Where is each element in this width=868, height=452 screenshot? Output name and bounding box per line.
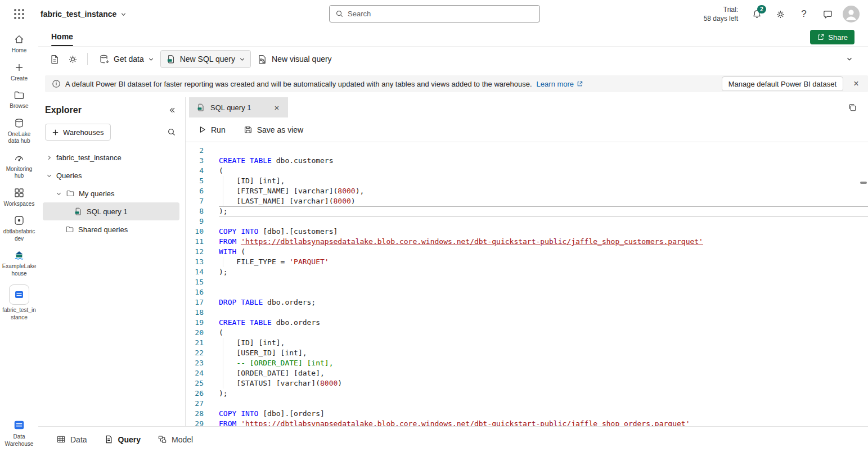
code-line[interactable]: 25 [STATUS] [varchar](8000)	[186, 378, 868, 388]
banner-close-button[interactable]: ×	[848, 76, 865, 92]
code-line[interactable]: 8);	[186, 206, 868, 216]
search-input[interactable]	[348, 10, 534, 18]
rail-item-monitoring-hub[interactable]: Monitoring hub	[1, 152, 38, 180]
visual-query-icon	[257, 54, 268, 65]
topbar: fabric_test_instance Trial: 58 days left…	[0, 0, 868, 28]
account-avatar[interactable]	[842, 4, 861, 24]
app-launcher-button[interactable]	[0, 0, 38, 28]
line-number: 14	[186, 267, 204, 277]
code-line[interactable]: 20(	[186, 328, 868, 338]
code-line[interactable]: 4(	[186, 166, 868, 176]
rail-item-workspaces[interactable]: Workspaces	[1, 187, 38, 208]
code-line[interactable]: 9	[186, 216, 868, 227]
learn-more-link[interactable]: Learn more	[537, 80, 583, 88]
run-button[interactable]: Run	[198, 125, 226, 134]
code-text: FILE_TYPE = 'PARQUET'	[219, 257, 868, 267]
explorer-search-button[interactable]	[167, 128, 176, 137]
manage-dataset-button[interactable]: Manage default Power BI dataset	[722, 76, 843, 91]
data-grid-icon	[56, 435, 66, 444]
rail-item-browse[interactable]: Browse	[1, 89, 38, 110]
code-line[interactable]: 2	[186, 146, 868, 156]
tree-item-queries[interactable]: Queries	[43, 166, 179, 184]
tree-item-shared-queries[interactable]: Shared queries	[43, 220, 179, 238]
bottom-tab-model[interactable]: Model	[158, 435, 193, 444]
rail-item-dbtlabsfabricdev[interactable]: dbtlabsfabricdev	[1, 215, 38, 242]
code-line[interactable]: 17DROP TABLE dbo.orders;	[186, 297, 868, 308]
tree-item-my-queries[interactable]: My queries	[43, 184, 179, 202]
settings-button[interactable]	[771, 4, 790, 24]
code-line[interactable]: 18	[186, 308, 868, 318]
code-text	[219, 308, 868, 318]
content-area: Explorer Warehouses	[38, 97, 868, 426]
code-line[interactable]: 29FROM 'https://dbtlabsynapsedatalake.bl…	[186, 419, 868, 426]
code-text: -- [ORDER_DATE] [int],	[219, 358, 868, 368]
tree-item-warehouse[interactable]: fabric_test_instance	[43, 148, 179, 166]
line-number: 24	[186, 368, 204, 378]
code-line[interactable]: 13 FILE_TYPE = 'PARQUET'	[186, 257, 868, 267]
new-item-button[interactable]	[46, 51, 63, 67]
code-line[interactable]: 21 [ID] [int],	[186, 338, 868, 348]
get-data-button[interactable]: Get data	[94, 50, 159, 68]
code-line[interactable]: 15	[186, 277, 868, 287]
bottom-tab-data[interactable]: Data	[56, 435, 87, 444]
code-line[interactable]: 22 [USER_ID] [int],	[186, 348, 868, 358]
rail-item-create[interactable]: Create	[1, 62, 38, 83]
settings-gear-button[interactable]	[64, 51, 81, 67]
code-line[interactable]: 7 [LAST_NAME] [varchar](8000)	[186, 196, 868, 206]
help-button[interactable]: ?	[794, 4, 813, 24]
code-line[interactable]: 16	[186, 287, 868, 297]
rail-item-examplelakehouse[interactable]: ExampleLakehouse	[1, 250, 38, 277]
tree-item-label: Shared queries	[78, 225, 128, 234]
code-line[interactable]: 11FROM 'https://dbtlabsynapsedatalake.bl…	[186, 237, 868, 247]
lakehouse-icon	[14, 250, 25, 261]
code-line[interactable]: 5 [ID] [int],	[186, 176, 868, 186]
close-tab-button[interactable]: ×	[271, 103, 282, 112]
feedback-button[interactable]	[818, 4, 837, 24]
tab-home[interactable]: Home	[46, 28, 78, 46]
code-line[interactable]: 6 [FIRST_NAME] [varchar](8000),	[186, 186, 868, 196]
explorer-actions: Warehouses	[43, 124, 179, 141]
code-line[interactable]: 24 [ORDER_DATE] [date],	[186, 368, 868, 378]
code-text: CREATE TABLE dbo.orders	[219, 318, 868, 328]
save-as-view-button[interactable]: Save as view	[244, 125, 303, 134]
share-button[interactable]: Share	[810, 30, 854, 44]
collapse-explorer-button[interactable]	[168, 106, 176, 114]
bottom-tab-query[interactable]: Query	[104, 435, 141, 444]
info-icon	[52, 79, 61, 88]
code-line[interactable]: 23 -- [ORDER_DATE] [int],	[186, 358, 868, 368]
get-data-icon	[99, 54, 110, 65]
scrollbar-marker[interactable]	[860, 182, 867, 184]
rail-item-onelake-data-hub[interactable]: OneLake data hub	[1, 117, 38, 145]
rail-item-fabric-test-instance[interactable]: fabric_test_instance	[1, 284, 38, 321]
share-icon	[817, 33, 825, 41]
rail-item-label: Browse	[10, 103, 28, 110]
new-sql-query-button[interactable]: New SQL query	[160, 50, 251, 68]
code-text: DROP TABLE dbo.orders;	[219, 297, 868, 308]
code-line[interactable]: 27	[186, 399, 868, 409]
code-line[interactable]: 10COPY INTO [dbo].[customers]	[186, 227, 868, 237]
code-line[interactable]: 14);	[186, 267, 868, 277]
code-line[interactable]: 28COPY INTO [dbo].[orders]	[186, 409, 868, 419]
new-visual-query-button[interactable]: New visual query	[252, 50, 337, 68]
selected-item-box	[9, 284, 29, 305]
tree-item-sql-query-1[interactable]: SQL query 1	[43, 202, 179, 220]
code-editor[interactable]: 23CREATE TABLE dbo.customers4(5 [ID] [in…	[186, 142, 868, 426]
line-number: 10	[186, 227, 204, 237]
trial-label: Trial:	[704, 5, 738, 14]
tab-sql-query-1[interactable]: SQL query 1 ×	[189, 97, 288, 117]
workspaces-icon	[14, 187, 25, 198]
add-warehouses-button[interactable]: Warehouses	[45, 124, 111, 141]
query-doc-icon	[104, 435, 114, 444]
collapse-ribbon-button[interactable]	[841, 51, 858, 67]
code-line[interactable]: 3CREATE TABLE dbo.customers	[186, 156, 868, 166]
rail-item-home[interactable]: Home	[1, 34, 38, 55]
app-title-button[interactable]: fabric_test_instance	[41, 10, 127, 19]
code-line[interactable]: 12WITH (	[186, 247, 868, 257]
copy-button[interactable]	[844, 100, 860, 115]
notifications-button[interactable]: 2	[747, 4, 766, 24]
line-number: 11	[186, 237, 204, 247]
rail-item-data-warehouse[interactable]: Data Warehouse	[1, 419, 38, 448]
code-line[interactable]: 19CREATE TABLE dbo.orders	[186, 318, 868, 328]
line-number: 27	[186, 399, 204, 409]
code-line[interactable]: 26);	[186, 388, 868, 399]
